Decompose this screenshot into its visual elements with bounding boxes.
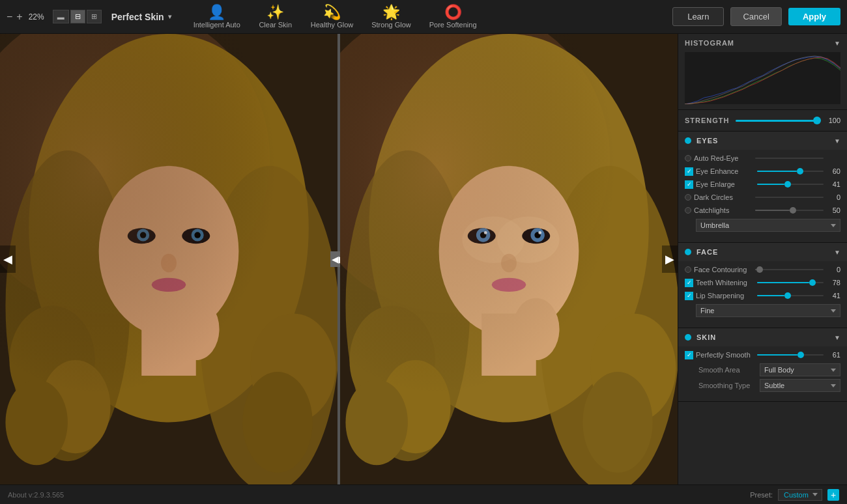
preset-label-healthy-glow: Healthy Glow (311, 21, 353, 29)
perfectly-smooth-checkbox[interactable] (685, 351, 693, 359)
learn-button[interactable]: Learn (672, 7, 724, 26)
lip-sharpening-slider[interactable] (757, 291, 824, 300)
strength-slider[interactable] (736, 115, 817, 126)
face-contouring-checkbox[interactable] (685, 266, 691, 273)
teeth-whitening-value: 78 (826, 279, 840, 287)
teeth-whitening-track (757, 282, 824, 283)
histogram-header: HISTOGRAM ▼ (685, 39, 840, 47)
perfectly-smooth-thumb[interactable] (797, 352, 804, 358)
catchlights-row: Catchlights 50 (685, 206, 840, 215)
face-body: Face Contouring 0 Teeth Whitening (678, 261, 847, 328)
main-area: ◀ (0, 34, 847, 484)
auto-red-eye-row: Auto Red-Eye (685, 154, 840, 163)
lip-sharpening-checkbox[interactable] (685, 292, 693, 300)
eye-enhance-checkbox[interactable] (685, 167, 693, 176)
version-label: About v:2.9.3.565 (8, 491, 64, 499)
view-split-button[interactable]: ⊟ (70, 10, 85, 23)
eye-enlarge-thumb[interactable] (784, 181, 791, 188)
view-compare-button[interactable]: ⊞ (87, 10, 102, 23)
catchlights-dropdown[interactable]: Umbrella Softbox Ring Light (696, 219, 840, 232)
smooth-area-label: Smooth Area (698, 366, 757, 374)
skin-chevron-icon[interactable]: ▼ (834, 334, 840, 341)
lip-sharpening-fill (757, 295, 784, 296)
lip-dropdown-row: Fine Medium Strong (685, 304, 840, 317)
eye-enlarge-label: Eye Enlarge (696, 180, 754, 188)
dark-circles-label: Dark Circles (694, 193, 753, 201)
eye-enhance-slider[interactable] (757, 167, 824, 176)
canvas-area: ◀ (0, 34, 678, 484)
zoom-controls: − + 22% (7, 12, 46, 22)
nav-arrow-right[interactable]: ▶ (662, 245, 678, 273)
preset-item-intelligent-auto[interactable]: 👤 Intelligent Auto (184, 1, 250, 33)
preset-item-strong-glow[interactable]: 🌟 Strong Glow (362, 1, 420, 33)
eye-enlarge-checkbox[interactable] (685, 180, 693, 189)
lip-sharpening-value: 41 (826, 292, 840, 300)
bottombar: About v:2.9.3.565 Preset: Custom Default… (0, 484, 847, 504)
apply-button[interactable]: Apply (788, 8, 840, 25)
eyes-chevron-icon[interactable]: ▼ (834, 137, 840, 145)
smooth-area-dropdown[interactable]: Full Body Face Only Custom (760, 363, 840, 376)
preset-selector[interactable]: Perfect Skin ▾ (111, 12, 171, 22)
cancel-button[interactable]: Cancel (730, 7, 781, 26)
face-section-header[interactable]: FACE ▼ (678, 243, 847, 261)
histogram-collapse-icon[interactable]: ▼ (834, 40, 840, 47)
auto-red-eye-track (755, 158, 824, 159)
clear-skin-icon: ✨ (266, 5, 284, 20)
face-section: FACE ▼ Face Contouring 0 (678, 243, 847, 328)
strong-glow-icon: 🌟 (382, 5, 400, 20)
lip-sharpening-thumb[interactable] (784, 292, 791, 299)
nav-arrow-left[interactable]: ◀ (0, 245, 16, 273)
teeth-whitening-label: Teeth Whitening (696, 279, 754, 287)
preset-item-clear-skin[interactable]: ✨ Clear Skin (250, 1, 302, 33)
smoothing-type-dropdown[interactable]: Subtle Medium Strong (760, 379, 840, 392)
strength-thumb[interactable] (813, 117, 821, 124)
auto-red-eye-label: Auto Red-Eye (694, 154, 753, 162)
svg-rect-21 (0, 34, 337, 484)
perfectly-smooth-value: 61 (826, 351, 840, 359)
preset-item-healthy-glow[interactable]: 💫 Healthy Glow (302, 1, 362, 33)
teeth-whitening-slider[interactable] (757, 278, 824, 287)
eye-enhance-label: Eye Enhance (696, 167, 754, 175)
after-image (340, 34, 678, 484)
dark-circles-slider (755, 193, 824, 202)
dark-circles-checkbox[interactable] (685, 194, 691, 201)
zoom-out-button[interactable]: − (7, 12, 12, 22)
eye-enlarge-fill (757, 184, 784, 185)
eyes-section-header[interactable]: EYES ▼ (678, 132, 847, 150)
skin-section-header[interactable]: SKIN ▼ (678, 328, 847, 346)
strength-section: STRENGTH 100 (678, 110, 847, 132)
perfectly-smooth-slider[interactable] (757, 350, 824, 359)
skin-dot (685, 334, 691, 341)
presets-nav: 👤 Intelligent Auto ✨ Clear Skin 💫 Health… (184, 1, 673, 33)
preset-bottom-dropdown[interactable]: Custom Default Portrait (778, 489, 822, 501)
add-preset-button[interactable]: + (827, 489, 839, 501)
before-panel (0, 34, 337, 484)
view-single-button[interactable]: ▬ (53, 10, 69, 23)
view-mode-buttons: ▬ ⊟ ⊞ (53, 10, 102, 23)
histogram-section: HISTOGRAM ▼ (678, 34, 847, 110)
preset-label-strong-glow: Strong Glow (371, 21, 411, 29)
strength-value: 100 (822, 117, 840, 124)
eye-enhance-value: 60 (826, 167, 840, 175)
lip-sharpening-row: Lip Sharpening 41 (685, 291, 840, 300)
zoom-in-button[interactable]: + (16, 12, 22, 22)
preset-label-pore-softening: Pore Softening (429, 21, 477, 29)
auto-red-eye-checkbox[interactable] (685, 155, 691, 161)
face-dot (685, 249, 691, 255)
skin-body: Perfectly Smooth 61 Smooth Area Full Bod (678, 346, 847, 401)
catchlights-checkbox[interactable] (685, 207, 691, 214)
preset-item-pore-softening[interactable]: ⭕ Pore Softening (420, 1, 486, 33)
lip-dropdown[interactable]: Fine Medium Strong (696, 304, 840, 317)
teeth-whitening-thumb[interactable] (809, 279, 816, 286)
eye-enlarge-slider[interactable] (757, 180, 824, 189)
smoothing-type-label: Smoothing Type (698, 382, 757, 389)
strength-fill (736, 120, 817, 122)
eyes-dot (685, 137, 691, 144)
zoom-value: 22% (27, 12, 46, 21)
eye-enhance-thumb[interactable] (797, 168, 803, 175)
dark-circles-row: Dark Circles 0 (685, 193, 840, 202)
perfectly-smooth-label: Perfectly Smooth (696, 351, 754, 359)
catchlights-dropdown-row: Umbrella Softbox Ring Light (685, 219, 840, 232)
face-chevron-icon[interactable]: ▼ (834, 249, 840, 256)
teeth-whitening-checkbox[interactable] (685, 279, 693, 287)
